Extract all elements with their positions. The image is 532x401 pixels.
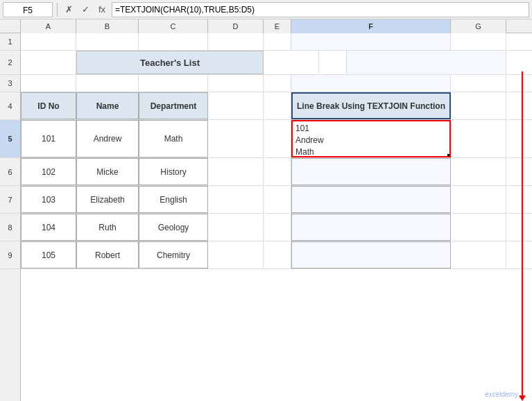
cell-f8-pre[interactable] [264,214,291,241]
cell-d8[interactable]: Geology [139,214,208,241]
cell-c8[interactable]: Ruth [76,214,139,241]
cell-name-box[interactable]: F5 [3,2,53,17]
cell-f7-pre[interactable] [264,186,291,213]
cell-c6[interactable]: Micke [76,158,139,185]
cell-e1[interactable] [208,33,264,50]
cell-g4[interactable] [451,92,506,119]
cell-c9[interactable]: Robert [76,241,139,268]
row-1 [21,33,532,51]
col-header-e[interactable]: E [264,19,291,33]
row-num-1[interactable]: 1 [0,33,20,51]
cell-c7[interactable]: Elizabeth [76,186,139,213]
row-2: Teacher's List [21,51,532,75]
cell-e3[interactable] [208,75,264,92]
cell-e9[interactable] [208,241,264,268]
row-9: 105 Robert Chemitry [21,241,532,269]
cell-f1[interactable] [291,33,451,50]
col-header-g[interactable]: G [451,19,506,33]
cell-b5[interactable]: 101 [21,120,76,157]
col-header-c[interactable]: C [139,19,208,33]
arrow-head [519,395,526,401]
cell-f1-pre[interactable] [264,33,291,50]
column-headers: A B C D E F G [0,19,532,33]
row-num-5[interactable]: 5 [0,120,20,158]
cell-b8[interactable]: 104 [21,214,76,241]
fx-icon[interactable]: fx [95,3,109,17]
cell-d9[interactable]: Chemitry [139,241,208,268]
col-header-f[interactable]: F [291,19,451,33]
cell-d1[interactable] [139,33,208,50]
cell-g1[interactable] [451,33,506,50]
cell-e2[interactable] [264,51,319,74]
row-num-9[interactable]: 9 [0,241,20,269]
result-cell-f8[interactable] [291,214,451,241]
cell-d6[interactable]: History [139,158,208,185]
sheet-content: Teacher's List ID No Name Departm [21,33,532,401]
cell-e8[interactable] [208,214,264,241]
result-cell-f6[interactable] [291,158,451,185]
cell-b7[interactable]: 103 [21,186,76,213]
corner-spacer [0,19,21,33]
cell-g8[interactable] [451,214,506,241]
cell-b6[interactable]: 102 [21,158,76,185]
cell-d7[interactable]: English [139,186,208,213]
arrow-line [522,71,523,395]
cell-f2-pre[interactable] [319,51,347,74]
row-5: 101 Andrew Math 101 Andrew Math [21,120,532,158]
header-name: Name [76,92,139,119]
cell-c5[interactable]: Andrew [76,120,139,157]
cell-b9[interactable]: 105 [21,241,76,268]
cell-b3[interactable] [21,75,76,92]
cell-b1[interactable] [21,33,76,50]
cell-e7[interactable] [208,186,264,213]
result-header: Line Break Using TEXTJOIN Function [291,92,451,119]
cell-g7[interactable] [451,186,506,213]
cell-e5[interactable] [208,120,264,157]
row-num-7[interactable]: 7 [0,186,20,214]
resize-handle[interactable] [447,154,451,157]
row-num-4[interactable]: 4 [0,92,20,120]
cell-g2[interactable] [506,51,532,74]
formula-input[interactable] [112,2,529,17]
result-cell-f9[interactable] [291,241,451,268]
row-7: 103 Elizabeth English [21,186,532,214]
cell-g6[interactable] [451,158,506,185]
confirm-icon[interactable]: ✓ [78,3,92,17]
cell-d5[interactable]: Math [139,120,208,157]
col-header-a[interactable]: A [21,19,76,33]
cell-f6-pre[interactable] [264,158,291,185]
row-num-2[interactable]: 2 [0,51,20,75]
row-3 [21,75,532,92]
cell-g3[interactable] [451,75,506,92]
cell-b2[interactable] [21,51,76,74]
header-dept: Department [139,92,208,119]
result-cell-f7[interactable] [291,186,451,213]
result-cell-f5[interactable]: 101 Andrew Math [291,120,451,157]
spreadsheet: F5 ✗ ✓ fx A B C D E F G 1 2 3 4 5 6 7 8 … [0,0,532,401]
cell-g5[interactable] [451,120,506,157]
cell-f9-pre[interactable] [264,241,291,268]
header-id: ID No [21,92,76,119]
cell-e6[interactable] [208,158,264,185]
row-num-3[interactable]: 3 [0,75,20,92]
result-value: 101 Andrew Math [295,123,324,157]
formula-bar-divider [57,3,58,17]
cancel-icon[interactable]: ✗ [62,3,76,17]
cell-f2[interactable] [347,51,506,74]
cell-f3-pre[interactable] [264,75,291,92]
cell-e4[interactable] [208,92,264,119]
cell-d3[interactable] [139,75,208,92]
cell-g9[interactable] [451,241,506,268]
col-header-d[interactable]: D [208,19,264,33]
row-6: 102 Micke History [21,158,532,186]
sheet-wrapper: 1 2 3 4 5 6 7 8 9 T [0,33,532,401]
row-num-6[interactable]: 6 [0,158,20,186]
row-num-8[interactable]: 8 [0,214,20,241]
cell-f5-pre[interactable] [264,120,291,157]
cell-f3[interactable] [291,75,451,92]
col-header-b[interactable]: B [76,19,139,33]
cell-f4-pre[interactable] [264,92,291,119]
cell-c1[interactable] [76,33,139,50]
cell-c3[interactable] [76,75,139,92]
row-numbers: 1 2 3 4 5 6 7 8 9 [0,33,21,401]
